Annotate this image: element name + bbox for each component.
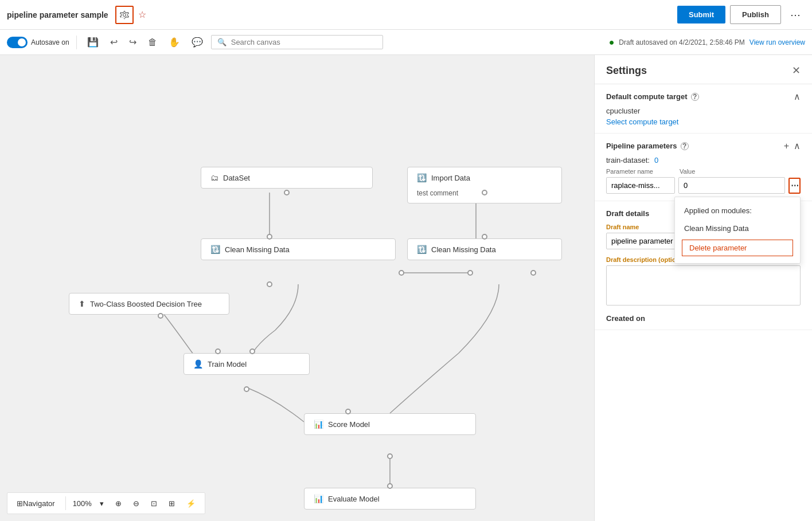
- param-name-label: Parameter name: [606, 168, 675, 175]
- delete-parameter-item[interactable]: Delete parameter: [682, 240, 793, 256]
- score-icon: 📊: [314, 420, 323, 429]
- draft-section-title: Draft details: [606, 209, 649, 218]
- param-more-button[interactable]: ⋯: [788, 178, 801, 194]
- score-label: Score Model: [328, 420, 370, 429]
- zoom-in-button[interactable]: ⊕: [112, 498, 125, 509]
- navigator-label: Navigator: [23, 499, 55, 508]
- settings-panel: Settings ✕ Default compute target ? ∧ cp…: [594, 55, 812, 521]
- fit-view-button[interactable]: ⊡: [147, 498, 161, 509]
- params-help-icon: ?: [681, 142, 689, 150]
- pan-button[interactable]: ✋: [165, 34, 184, 50]
- evaluate-input-dot: [387, 483, 393, 489]
- clean-missing-data-2-node[interactable]: 🔃 Clean Missing Data: [407, 238, 562, 260]
- publish-button[interactable]: Publish: [730, 5, 781, 24]
- search-input[interactable]: [231, 38, 377, 46]
- clean1-icon: 🔃: [210, 245, 220, 254]
- autosave-switch[interactable]: [7, 37, 28, 48]
- params-section-title: Pipeline parameters ?: [606, 142, 689, 150]
- undo-button[interactable]: ↩: [107, 34, 121, 50]
- clean1-label: Clean Missing Data: [225, 245, 290, 254]
- grid-button[interactable]: ⊞: [165, 498, 178, 509]
- param-value-label: Value: [680, 168, 801, 175]
- top-bar: pipeline parameter sample ☆ Submit Publi…: [0, 0, 812, 30]
- param-labels: Parameter name Value: [606, 168, 801, 175]
- param-key: train-dataset:: [606, 156, 650, 164]
- view-run-link[interactable]: View run overview: [749, 38, 805, 46]
- settings-gear-button[interactable]: [115, 6, 134, 24]
- clean2-icon: 🔃: [417, 245, 427, 254]
- canvas-connections: [0, 55, 594, 521]
- param-name-input[interactable]: [606, 177, 675, 194]
- score-model-node[interactable]: 📊 Score Model: [304, 413, 476, 435]
- clean2-input-dot: [482, 234, 487, 240]
- navigator-button[interactable]: ⊞ Navigator: [13, 498, 58, 509]
- train-icon: 👤: [193, 359, 203, 369]
- compute-section: Default compute target ? ∧ cpucluster Se…: [595, 84, 812, 134]
- compute-collapse-button[interactable]: ∧: [794, 91, 801, 102]
- applied-on-label: Applied on modules:: [675, 202, 800, 220]
- param-value-link[interactable]: 0: [654, 156, 658, 164]
- clean-missing-data-1-node[interactable]: 🔃 Clean Missing Data: [201, 238, 396, 260]
- pipeline-title: pipeline parameter sample: [7, 10, 108, 19]
- zoom-dropdown-button[interactable]: ▾: [96, 498, 107, 509]
- train-input-dot2: [249, 348, 255, 354]
- autosave-toggle: Autosave on: [7, 37, 69, 48]
- created-on-label: Created on: [606, 314, 645, 323]
- compute-section-title: Default compute target ?: [606, 92, 699, 101]
- redo-button[interactable]: ↪: [126, 34, 140, 50]
- draft-desc-textarea[interactable]: [606, 265, 801, 305]
- compute-help-icon: ?: [691, 93, 699, 101]
- comment-button[interactable]: 💬: [188, 34, 206, 50]
- settings-header: Settings ✕: [595, 55, 812, 84]
- zoom-out-button[interactable]: ⊖: [130, 498, 143, 509]
- pipeline-params-section: Pipeline parameters ? + ∧ train-dataset:…: [595, 134, 812, 201]
- import-data-label: Import Data: [431, 174, 470, 182]
- two-class-output-dot: [158, 313, 163, 319]
- favorite-button[interactable]: ☆: [138, 9, 146, 20]
- two-class-icon: ⬆: [79, 299, 85, 308]
- import-data-output-dot: [482, 190, 487, 195]
- clean2-right-output-dot: [530, 270, 536, 276]
- save-button[interactable]: 💾: [84, 34, 102, 50]
- zoom-value: 100%: [73, 499, 92, 508]
- clean1-right-output-dot: [399, 270, 404, 276]
- params-collapse-button[interactable]: ∧: [794, 140, 801, 151]
- more-options-button[interactable]: ⋯: [786, 6, 805, 23]
- delete-button[interactable]: 🗑: [145, 35, 161, 50]
- two-class-label: Two-Class Boosted Decision Tree: [90, 300, 202, 308]
- import-data-comment: test comment: [417, 189, 458, 197]
- toolbar: Autosave on 💾 ↩ ↪ 🗑 ✋ 💬 🔍 ● Draft autosa…: [0, 30, 812, 55]
- module-name-item[interactable]: Clean Missing Data: [675, 220, 800, 237]
- add-param-button[interactable]: +: [784, 140, 789, 151]
- navigator-icon: ⊞: [17, 499, 23, 508]
- canvas[interactable]: 🗂 DataSet 🔃 Import Data test comment 🔃 C…: [0, 55, 594, 521]
- bottom-toolbar: ⊞ Navigator 100% ▾ ⊕ ⊖ ⊡ ⊞ ⚡: [7, 492, 205, 514]
- settings-title: Settings: [606, 65, 647, 77]
- two-class-node[interactable]: ⬆ Two-Class Boosted Decision Tree: [69, 293, 229, 315]
- train-model-node[interactable]: 👤 Train Model: [184, 353, 310, 375]
- clean1-output-dot: [267, 281, 272, 287]
- train-label: Train Model: [208, 360, 247, 369]
- compute-section-header: Default compute target ? ∧: [606, 91, 801, 102]
- dataset-output-dot: [284, 190, 290, 195]
- toolbar-divider-1: [76, 36, 77, 49]
- import-data-node[interactable]: 🔃 Import Data test comment: [407, 167, 562, 203]
- lightning-button[interactable]: ⚡: [183, 498, 199, 509]
- dataset-icon: 🗂: [210, 173, 218, 182]
- evaluate-icon: 📊: [314, 494, 323, 503]
- evaluate-label: Evaluate Model: [328, 495, 380, 503]
- dataset-node[interactable]: 🗂 DataSet: [201, 167, 373, 189]
- select-compute-link[interactable]: Select compute target: [606, 117, 678, 126]
- search-box: 🔍: [211, 35, 383, 49]
- param-dropdown: Applied on modules: Clean Missing Data D…: [674, 197, 801, 264]
- evaluate-model-node[interactable]: 📊 Evaluate Model: [304, 488, 476, 510]
- params-actions: + ∧: [784, 140, 801, 151]
- param-inputs: ⋯ Applied on modules: Clean Missing Data…: [606, 177, 801, 194]
- train-input-dot1: [215, 348, 221, 354]
- param-value-input[interactable]: [678, 177, 785, 194]
- autosave-label: Autosave on: [31, 38, 69, 46]
- settings-close-button[interactable]: ✕: [792, 64, 801, 77]
- clean2-output-dot: [467, 270, 473, 276]
- submit-button[interactable]: Submit: [677, 6, 725, 23]
- status-text: Draft autosaved on 4/2/2021, 2:58:46 PM: [619, 38, 744, 46]
